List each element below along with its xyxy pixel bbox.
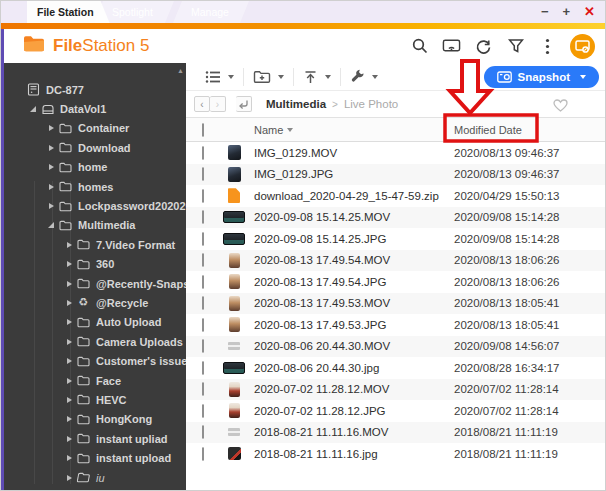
row-checkbox[interactable] [202, 296, 204, 310]
back-button[interactable]: ‹ [194, 96, 210, 112]
forward-button[interactable]: › [210, 96, 226, 112]
tree-expander-icon[interactable] [46, 222, 56, 228]
more-menu-icon[interactable] [538, 37, 557, 56]
file-row[interactable]: 2020-09-08 15.14.25.JPG2020/09/08 15:14:… [186, 228, 605, 250]
view-mode-button[interactable] [196, 67, 243, 87]
close-button[interactable]: ✕ [584, 1, 595, 23]
row-checkbox[interactable] [202, 253, 204, 267]
sidebar-item--recycle[interactable]: ♻@Recycle [4, 293, 186, 312]
tree-expander-icon[interactable] [64, 378, 74, 384]
sidebar-item-multimedia[interactable]: Multimedia [4, 216, 186, 235]
row-checkbox[interactable] [202, 210, 204, 224]
sidebar-item-homes[interactable]: homes [4, 177, 186, 196]
sidebar-item-datavol1[interactable]: DataVol1 [4, 99, 186, 118]
sidebar-item-instant-upload[interactable]: instant upload [4, 448, 186, 467]
sidebar-item-hongkong[interactable]: HongKong [4, 410, 186, 429]
sidebar-scroll-up-icon[interactable]: ▲ [177, 67, 184, 74]
snapshot-button[interactable]: Snapshot [484, 66, 599, 88]
window-left-border [1, 29, 4, 490]
file-row[interactable]: download_2020-04-29_15-47-59.zip2020/04/… [186, 185, 605, 207]
tree-expander-icon[interactable] [64, 436, 74, 442]
row-checkbox[interactable] [202, 318, 204, 332]
window-tab-manage[interactable]: Manage [173, 1, 249, 23]
tree-expander-icon[interactable] [46, 125, 56, 131]
upload-button[interactable] [294, 67, 340, 87]
sidebar-item-iu[interactable]: iu [4, 468, 186, 487]
file-row[interactable]: 2018-08-21 11.11.16.MOV2018/08/21 11:11:… [186, 422, 605, 444]
row-checkbox[interactable] [202, 339, 204, 353]
favorite-heart-icon[interactable] [553, 98, 568, 116]
row-checkbox[interactable] [202, 382, 204, 396]
row-checkbox[interactable] [202, 146, 204, 160]
file-row[interactable]: 2020-09-08 15.14.25.MOV2020/09/08 15:14:… [186, 207, 605, 229]
sidebar-item-label: home [78, 161, 107, 173]
sidebar-item-home[interactable]: home [4, 158, 186, 177]
file-row[interactable]: 2020-08-13 17.49.54.MOV2020/08/13 18:06:… [186, 250, 605, 272]
tree-expander-icon[interactable] [46, 184, 56, 190]
file-row[interactable]: 2020-07-02 11.28.12.JPG2020/07/02 11:28:… [186, 400, 605, 422]
tools-button[interactable] [341, 67, 387, 87]
tree-expander-icon[interactable] [64, 300, 74, 306]
tree-expander-icon[interactable] [64, 281, 74, 287]
row-checkbox[interactable] [202, 404, 204, 418]
tree-expander-icon[interactable] [46, 145, 56, 151]
tree-expander-icon[interactable] [64, 416, 74, 422]
sidebar-item-hevc[interactable]: HEVC [4, 390, 186, 409]
sidebar-item-lockpassword20202020[interactable]: Lockpassword20202020 [4, 196, 186, 215]
sidebar-item-container[interactable]: Container [4, 119, 186, 138]
file-row[interactable]: 2020-08-13 17.49.54.JPG2020/08/13 18:06:… [186, 271, 605, 293]
row-checkbox[interactable] [202, 167, 204, 181]
filter-icon[interactable] [506, 37, 525, 56]
tree-expander-icon[interactable] [64, 319, 74, 325]
tree-expander-icon[interactable] [64, 339, 74, 345]
sidebar-item-label: @Recycle [96, 297, 148, 309]
sidebar-item-instant-upliad[interactable]: instant upliad [4, 429, 186, 448]
sidebar-item-download[interactable]: Download [4, 138, 186, 157]
minimize-button[interactable]: − [541, 1, 549, 23]
sidebar-item-camera-uploads[interactable]: Camera Uploads [4, 332, 186, 351]
file-row[interactable]: 2018-08-21 11.11.16.jpg2018/08/21 11:11:… [186, 443, 605, 465]
row-checkbox[interactable] [202, 189, 204, 203]
sidebar-item-7-video-format[interactable]: 7.Video Format [4, 235, 186, 254]
tree-expander-icon[interactable] [64, 455, 74, 461]
tree-expander-icon[interactable] [46, 203, 56, 209]
sidebar-item--recently-snapshot[interactable]: @Recently-Snapshot [4, 274, 186, 293]
row-checkbox[interactable] [202, 425, 204, 439]
name-column-header[interactable]: Name [254, 124, 454, 136]
breadcrumb-item-multimedia[interactable]: Multimedia [266, 98, 326, 110]
tree-expander-icon[interactable] [64, 475, 74, 481]
file-row[interactable]: 2020-08-13 17.49.53.MOV2020/08/13 18:05:… [186, 293, 605, 315]
refresh-icon[interactable] [474, 37, 493, 56]
row-checkbox[interactable] [202, 275, 204, 289]
create-folder-button[interactable] [244, 67, 293, 87]
sidebar-item-360[interactable]: 360 [4, 255, 186, 274]
row-checkbox[interactable] [202, 447, 204, 461]
breadcrumb-item-live-photo[interactable]: Live Photo [344, 98, 398, 110]
modified-date-column-header[interactable]: Modified Date [454, 124, 605, 136]
tree-expander-icon[interactable] [64, 261, 74, 267]
file-row[interactable]: 2020-07-02 11.28.12.MOV2020/07/02 11:28:… [186, 379, 605, 401]
row-checkbox[interactable] [202, 232, 204, 246]
row-checkbox[interactable] [202, 361, 204, 375]
remote-mount-icon[interactable] [442, 37, 461, 56]
tree-expander-icon[interactable] [46, 164, 56, 170]
file-row[interactable]: IMG_0129.JPG2020/08/13 09:46:37 [186, 164, 605, 186]
file-row[interactable]: 2020-08-13 17.49.53.JPG2020/08/13 18:05:… [186, 314, 605, 336]
sidebar-item-dc-877[interactable]: DC-877 [4, 80, 186, 99]
app-badge-icon[interactable] [570, 34, 595, 59]
tree-expander-icon[interactable] [64, 397, 74, 403]
tree-expander-icon[interactable] [64, 242, 74, 248]
file-row[interactable]: 2020-08-06 20.44.30.MOV2020/09/08 14:56:… [186, 336, 605, 358]
tree-expander-icon[interactable] [28, 106, 38, 112]
sidebar-item-auto-upload[interactable]: Auto Upload [4, 313, 186, 332]
file-row[interactable]: IMG_0129.MOV2020/08/13 09:46:37 [186, 142, 605, 164]
sidebar-item-face[interactable]: Face [4, 371, 186, 390]
file-row[interactable]: 2020-08-06 20.44.30.jpg2020/08/28 16:34:… [186, 357, 605, 379]
select-all-checkbox[interactable] [202, 123, 204, 137]
sidebar-item-customer-s-issue-file[interactable]: Customer's issue file [4, 351, 186, 370]
tree-expander-icon[interactable] [64, 358, 74, 364]
window-tab-spotlight[interactable]: Spotlight [94, 1, 174, 23]
search-icon[interactable] [410, 37, 429, 56]
maximize-button[interactable]: + [563, 1, 571, 23]
go-up-button[interactable] [236, 96, 252, 112]
